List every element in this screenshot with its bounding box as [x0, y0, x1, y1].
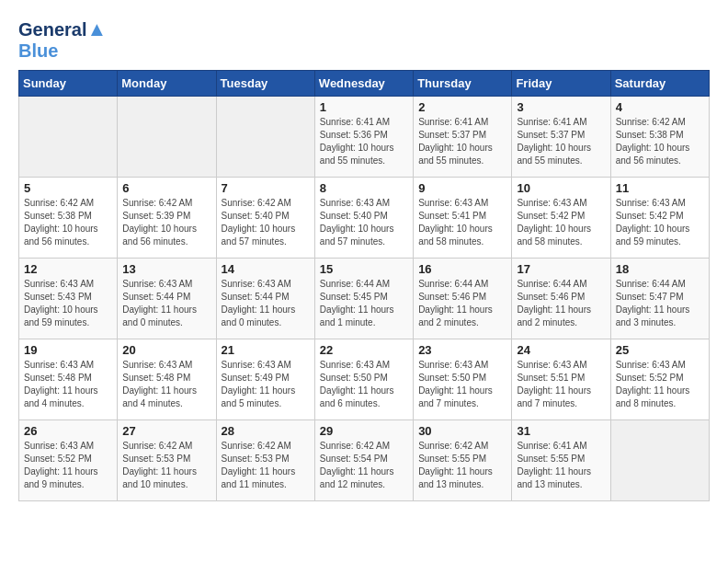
calendar-cell: 1Sunrise: 6:41 AM Sunset: 5:36 PM Daylig…: [314, 97, 413, 178]
calendar-cell: 11Sunrise: 6:43 AM Sunset: 5:42 PM Dayli…: [610, 178, 709, 259]
day-info: Sunrise: 6:43 AM Sunset: 5:48 PM Dayligh…: [122, 359, 210, 410]
day-info: Sunrise: 6:41 AM Sunset: 5:37 PM Dayligh…: [418, 116, 506, 167]
logo-line1: General▲: [18, 18, 107, 40]
day-info: Sunrise: 6:44 AM Sunset: 5:47 PM Dayligh…: [616, 278, 704, 329]
day-info: Sunrise: 6:43 AM Sunset: 5:43 PM Dayligh…: [24, 278, 112, 329]
day-info: Sunrise: 6:42 AM Sunset: 5:38 PM Dayligh…: [616, 116, 704, 167]
calendar-cell: 3Sunrise: 6:41 AM Sunset: 5:37 PM Daylig…: [512, 97, 610, 178]
day-info: Sunrise: 6:42 AM Sunset: 5:54 PM Dayligh…: [320, 440, 408, 491]
day-number: 17: [517, 262, 605, 276]
week-row-2: 5Sunrise: 6:42 AM Sunset: 5:38 PM Daylig…: [19, 178, 710, 259]
day-header-monday: Monday: [118, 71, 216, 97]
day-info: Sunrise: 6:42 AM Sunset: 5:38 PM Dayligh…: [24, 197, 112, 248]
calendar-cell: 30Sunrise: 6:42 AM Sunset: 5:55 PM Dayli…: [414, 420, 512, 501]
day-number: 20: [122, 343, 210, 357]
calendar-cell: 8Sunrise: 6:43 AM Sunset: 5:40 PM Daylig…: [314, 178, 413, 259]
day-header-wednesday: Wednesday: [314, 71, 413, 97]
day-info: Sunrise: 6:43 AM Sunset: 5:52 PM Dayligh…: [616, 359, 704, 410]
calendar-cell: 18Sunrise: 6:44 AM Sunset: 5:47 PM Dayli…: [610, 259, 709, 339]
day-info: Sunrise: 6:44 AM Sunset: 5:46 PM Dayligh…: [517, 278, 605, 329]
day-info: Sunrise: 6:42 AM Sunset: 5:55 PM Dayligh…: [418, 440, 506, 491]
calendar-cell: [118, 97, 216, 178]
day-info: Sunrise: 6:43 AM Sunset: 5:42 PM Dayligh…: [517, 197, 605, 248]
day-info: Sunrise: 6:43 AM Sunset: 5:48 PM Dayligh…: [24, 359, 112, 410]
day-number: 15: [320, 262, 408, 276]
logo: General▲ Blue: [18, 18, 107, 61]
day-number: 26: [24, 424, 112, 438]
day-number: 30: [418, 424, 506, 438]
day-number: 13: [122, 262, 210, 276]
day-number: 24: [517, 343, 605, 357]
day-header-thursday: Thursday: [414, 71, 512, 97]
calendar-cell: 15Sunrise: 6:44 AM Sunset: 5:45 PM Dayli…: [314, 259, 413, 339]
day-number: 27: [122, 424, 210, 438]
calendar-header: SundayMondayTuesdayWednesdayThursdayFrid…: [19, 71, 710, 97]
calendar-cell: 22Sunrise: 6:43 AM Sunset: 5:50 PM Dayli…: [314, 339, 413, 420]
day-number: 25: [616, 343, 704, 357]
day-header-saturday: Saturday: [610, 71, 709, 97]
calendar-cell: 23Sunrise: 6:43 AM Sunset: 5:50 PM Dayli…: [414, 339, 512, 420]
day-number: 12: [24, 262, 112, 276]
day-info: Sunrise: 6:43 AM Sunset: 5:44 PM Dayligh…: [222, 278, 310, 329]
day-number: 23: [418, 343, 506, 357]
calendar-cell: [216, 97, 314, 178]
calendar-cell: 26Sunrise: 6:43 AM Sunset: 5:52 PM Dayli…: [19, 420, 118, 501]
week-row-1: 1Sunrise: 6:41 AM Sunset: 5:36 PM Daylig…: [19, 97, 710, 178]
day-number: 2: [418, 100, 506, 114]
calendar-cell: 27Sunrise: 6:42 AM Sunset: 5:53 PM Dayli…: [118, 420, 216, 501]
calendar-cell: 24Sunrise: 6:43 AM Sunset: 5:51 PM Dayli…: [512, 339, 610, 420]
calendar-cell: 28Sunrise: 6:42 AM Sunset: 5:53 PM Dayli…: [216, 420, 314, 501]
calendar-cell: 20Sunrise: 6:43 AM Sunset: 5:48 PM Dayli…: [118, 339, 216, 420]
day-info: Sunrise: 6:43 AM Sunset: 5:50 PM Dayligh…: [320, 359, 408, 410]
day-number: 21: [222, 343, 310, 357]
calendar-cell: 29Sunrise: 6:42 AM Sunset: 5:54 PM Dayli…: [314, 420, 413, 501]
logo-line2: Blue: [18, 40, 107, 61]
day-number: 10: [517, 181, 605, 195]
day-number: 22: [320, 343, 408, 357]
day-number: 6: [122, 181, 210, 195]
calendar-table: SundayMondayTuesdayWednesdayThursdayFrid…: [18, 70, 710, 501]
week-row-4: 19Sunrise: 6:43 AM Sunset: 5:48 PM Dayli…: [19, 339, 710, 420]
calendar-cell: 7Sunrise: 6:42 AM Sunset: 5:40 PM Daylig…: [216, 178, 314, 259]
calendar-cell: 4Sunrise: 6:42 AM Sunset: 5:38 PM Daylig…: [610, 97, 709, 178]
day-number: 29: [320, 424, 408, 438]
day-info: Sunrise: 6:41 AM Sunset: 5:55 PM Dayligh…: [517, 440, 605, 491]
day-number: 8: [320, 181, 408, 195]
day-number: 4: [616, 100, 704, 114]
calendar-cell: 25Sunrise: 6:43 AM Sunset: 5:52 PM Dayli…: [610, 339, 709, 420]
calendar-cell: 17Sunrise: 6:44 AM Sunset: 5:46 PM Dayli…: [512, 259, 610, 339]
header-row: SundayMondayTuesdayWednesdayThursdayFrid…: [19, 71, 710, 97]
day-info: Sunrise: 6:43 AM Sunset: 5:44 PM Dayligh…: [122, 278, 210, 329]
calendar-cell: [19, 97, 118, 178]
calendar-cell: 2Sunrise: 6:41 AM Sunset: 5:37 PM Daylig…: [414, 97, 512, 178]
week-row-5: 26Sunrise: 6:43 AM Sunset: 5:52 PM Dayli…: [19, 420, 710, 501]
logo-combined: General▲ Blue: [18, 18, 107, 61]
calendar-cell: 21Sunrise: 6:43 AM Sunset: 5:49 PM Dayli…: [216, 339, 314, 420]
day-info: Sunrise: 6:41 AM Sunset: 5:36 PM Dayligh…: [320, 116, 408, 167]
calendar-cell: [610, 420, 709, 501]
calendar-body: 1Sunrise: 6:41 AM Sunset: 5:36 PM Daylig…: [19, 97, 710, 501]
day-number: 5: [24, 181, 112, 195]
calendar-cell: 9Sunrise: 6:43 AM Sunset: 5:41 PM Daylig…: [414, 178, 512, 259]
day-info: Sunrise: 6:43 AM Sunset: 5:50 PM Dayligh…: [418, 359, 506, 410]
day-info: Sunrise: 6:43 AM Sunset: 5:52 PM Dayligh…: [24, 440, 112, 491]
day-number: 31: [517, 424, 605, 438]
calendar-cell: 5Sunrise: 6:42 AM Sunset: 5:38 PM Daylig…: [19, 178, 118, 259]
calendar-cell: 16Sunrise: 6:44 AM Sunset: 5:46 PM Dayli…: [414, 259, 512, 339]
day-header-sunday: Sunday: [19, 71, 118, 97]
day-number: 14: [222, 262, 310, 276]
day-info: Sunrise: 6:43 AM Sunset: 5:42 PM Dayligh…: [616, 197, 704, 248]
day-number: 28: [222, 424, 310, 438]
day-number: 16: [418, 262, 506, 276]
day-info: Sunrise: 6:42 AM Sunset: 5:40 PM Dayligh…: [222, 197, 310, 248]
calendar-cell: 13Sunrise: 6:43 AM Sunset: 5:44 PM Dayli…: [118, 259, 216, 339]
day-info: Sunrise: 6:44 AM Sunset: 5:46 PM Dayligh…: [418, 278, 506, 329]
day-info: Sunrise: 6:43 AM Sunset: 5:40 PM Dayligh…: [320, 197, 408, 248]
day-number: 7: [222, 181, 310, 195]
day-info: Sunrise: 6:43 AM Sunset: 5:49 PM Dayligh…: [222, 359, 310, 410]
calendar-cell: 6Sunrise: 6:42 AM Sunset: 5:39 PM Daylig…: [118, 178, 216, 259]
calendar-cell: 14Sunrise: 6:43 AM Sunset: 5:44 PM Dayli…: [216, 259, 314, 339]
day-info: Sunrise: 6:42 AM Sunset: 5:53 PM Dayligh…: [222, 440, 310, 491]
day-number: 11: [616, 181, 704, 195]
day-info: Sunrise: 6:44 AM Sunset: 5:45 PM Dayligh…: [320, 278, 408, 329]
